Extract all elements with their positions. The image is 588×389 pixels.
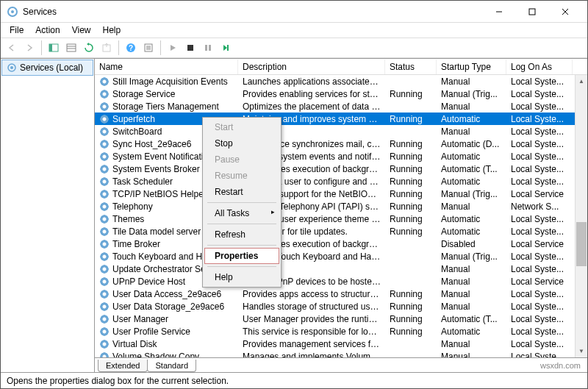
service-logon: Local Syste... bbox=[506, 351, 573, 358]
back-button[interactable] bbox=[4, 40, 20, 56]
service-row[interactable]: SwitchBoardManualLocal Syste... bbox=[95, 125, 587, 138]
tree-node-services-local[interactable]: Services (Local) bbox=[1, 60, 93, 76]
col-header-logon[interactable]: Log On As bbox=[506, 60, 573, 74]
service-row[interactable]: Sync Host_2e9ace6This service synchroniz… bbox=[95, 138, 587, 150]
service-logon: Local Service bbox=[506, 189, 573, 199]
context-item-refresh[interactable]: Refresh bbox=[204, 226, 279, 243]
service-name: User Profile Service bbox=[112, 326, 190, 337]
properties-button[interactable] bbox=[140, 40, 157, 56]
service-startup: Automatic (T... bbox=[437, 314, 506, 324]
close-button[interactable] bbox=[548, 1, 581, 22]
service-row[interactable]: System Event NotificationMonitors system… bbox=[95, 150, 587, 163]
context-separator bbox=[207, 202, 276, 203]
service-row[interactable]: TCP/IP NetBIOS HelperProvides support fo… bbox=[95, 188, 587, 200]
refresh-button[interactable] bbox=[81, 40, 97, 56]
details-button[interactable] bbox=[63, 40, 79, 56]
gear-icon bbox=[99, 176, 110, 187]
start-service-button[interactable] bbox=[165, 40, 181, 56]
menu-view[interactable]: View bbox=[66, 24, 97, 37]
service-row[interactable]: Storage ServiceProvides enabling service… bbox=[95, 88, 587, 100]
tab-standard[interactable]: Standard bbox=[147, 360, 196, 372]
service-row[interactable]: User Data Access_2e9ace6Provides apps ac… bbox=[95, 288, 587, 300]
menu-file[interactable]: File bbox=[4, 24, 29, 37]
show-hide-button[interactable] bbox=[46, 40, 62, 56]
service-row[interactable]: Volume Shadow CopyManages and implements… bbox=[95, 350, 587, 357]
service-logon: Local Syste... bbox=[506, 101, 573, 112]
context-item-restart[interactable]: Restart bbox=[204, 184, 279, 200]
service-desc: This service is responsible for loadin..… bbox=[238, 326, 385, 337]
service-logon: Local Syste... bbox=[506, 226, 573, 237]
service-row[interactable]: Update Orchestrator Service for Win...Us… bbox=[95, 263, 587, 275]
context-menu: StartStopPauseResumeRestartAll TasksRefr… bbox=[202, 117, 282, 288]
service-row[interactable]: ThemesProvides user experience theme man… bbox=[95, 213, 587, 225]
context-item-stop[interactable]: Stop bbox=[204, 135, 279, 151]
service-row[interactable]: Tile Data model serverTile Server for ti… bbox=[95, 225, 587, 238]
service-name: Themes bbox=[112, 214, 144, 224]
service-row[interactable]: System Events BrokerCoordinates executio… bbox=[95, 163, 587, 175]
service-name: User Data Access_2e9ace6 bbox=[112, 289, 221, 299]
service-name: Task Scheduler bbox=[112, 176, 173, 187]
service-row[interactable]: Virtual DiskProvides management services… bbox=[95, 338, 587, 350]
help-button[interactable]: ? bbox=[123, 40, 139, 56]
service-name: SwitchBoard bbox=[112, 126, 162, 137]
gear-icon bbox=[99, 251, 110, 262]
detail-tabs: Extended Standard bbox=[95, 357, 587, 372]
service-startup: Manual bbox=[437, 276, 506, 287]
service-row[interactable]: User Profile ServiceThis service is resp… bbox=[95, 325, 587, 338]
restart-service-button[interactable] bbox=[218, 40, 234, 56]
service-row[interactable]: UPnP Device HostAllows UPnP devices to b… bbox=[95, 275, 587, 288]
stop-service-button[interactable] bbox=[182, 40, 198, 56]
maximize-button[interactable] bbox=[515, 1, 548, 22]
service-desc: Provides management services for di... bbox=[238, 339, 385, 349]
service-logon: Local Syste... bbox=[506, 89, 573, 99]
context-item-help[interactable]: Help bbox=[204, 269, 279, 285]
scroll-thumb[interactable] bbox=[576, 222, 587, 266]
service-row[interactable]: User ManagerUser Manager provides the ru… bbox=[95, 313, 587, 325]
scroll-down-button[interactable]: ▼ bbox=[576, 345, 587, 357]
status-text: Opens the properties dialog box for the … bbox=[7, 376, 229, 386]
svg-point-1 bbox=[11, 10, 14, 13]
menu-action[interactable]: Action bbox=[29, 24, 65, 37]
col-header-name[interactable]: Name bbox=[95, 60, 238, 74]
service-row[interactable]: Still Image Acquisition EventsLaunches a… bbox=[95, 75, 587, 88]
col-header-status[interactable]: Status bbox=[385, 60, 437, 74]
service-logon: Local Syste... bbox=[506, 314, 573, 324]
vertical-scrollbar[interactable]: ▲ ▼ bbox=[575, 75, 587, 357]
grid-body[interactable]: Still Image Acquisition EventsLaunches a… bbox=[95, 75, 587, 357]
service-row[interactable]: SuperfetchMaintains and improves system … bbox=[95, 113, 587, 125]
service-row[interactable]: Storage Tiers ManagementOptimizes the pl… bbox=[95, 100, 587, 113]
menu-help[interactable]: Help bbox=[97, 24, 127, 37]
service-status: Running bbox=[385, 326, 437, 337]
service-logon: Local Syste... bbox=[506, 151, 573, 162]
service-name: User Data Storage_2e9ace6 bbox=[112, 301, 224, 312]
service-row[interactable]: User Data Storage_2e9ace6Handles storage… bbox=[95, 300, 587, 313]
tree-sidebar: Services (Local) bbox=[1, 59, 95, 372]
service-startup: Manual bbox=[437, 301, 506, 312]
gear-icon bbox=[99, 339, 110, 349]
minimize-button[interactable] bbox=[482, 1, 515, 22]
context-item-all-tasks[interactable]: All Tasks bbox=[204, 205, 279, 221]
service-startup: Automatic bbox=[437, 114, 506, 124]
service-row[interactable]: Time BrokerCoordinates execution of back… bbox=[95, 238, 587, 250]
service-logon: Local Syste... bbox=[506, 339, 573, 349]
service-row[interactable]: Touch Keyboard and Hand...Enables Touch … bbox=[95, 250, 587, 263]
forward-button[interactable] bbox=[21, 40, 37, 56]
service-startup: Automatic bbox=[437, 226, 506, 237]
gear-icon bbox=[99, 114, 110, 124]
context-item-properties[interactable]: Properties bbox=[204, 248, 279, 264]
scroll-up-button[interactable]: ▲ bbox=[576, 75, 587, 88]
col-header-startup[interactable]: Startup Type bbox=[437, 60, 506, 74]
tree-node-label: Services (Local) bbox=[20, 63, 83, 73]
service-status: Running bbox=[385, 164, 437, 174]
service-row[interactable]: Task SchedulerEnables a user to configur… bbox=[95, 175, 587, 188]
gear-icon bbox=[99, 189, 110, 199]
service-startup: Automatic (D... bbox=[437, 139, 506, 149]
pause-service-button[interactable] bbox=[200, 40, 216, 56]
service-logon: Network S... bbox=[506, 201, 573, 212]
service-logon: Local Syste... bbox=[506, 76, 573, 87]
col-header-description[interactable]: Description bbox=[238, 60, 385, 74]
tab-extended[interactable]: Extended bbox=[98, 360, 148, 372]
svg-rect-8 bbox=[67, 44, 76, 51]
service-row[interactable]: TelephonyProvides Telephony API (TAPI) s… bbox=[95, 200, 587, 213]
export-button[interactable] bbox=[98, 40, 115, 56]
